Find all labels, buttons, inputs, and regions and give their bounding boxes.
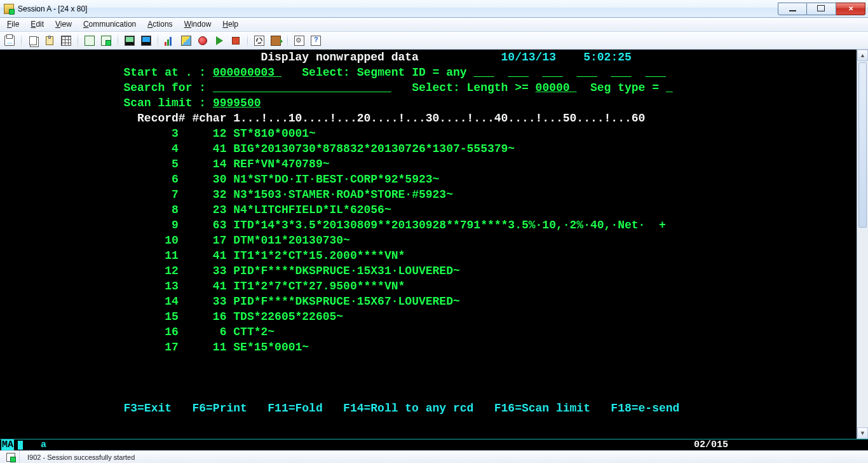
print-icon (4, 36, 15, 46)
data-row: 10 17 DTM*011*20130730~ (0, 233, 868, 248)
data-row: 15 16 TDS*22605*22605~ (0, 309, 868, 324)
record-data: N3*1503·STAMER·ROAD*STORE·#5923~ (233, 188, 453, 201)
start-at-label: Start at . : (123, 66, 212, 79)
toolbar-connect-button[interactable] (83, 34, 97, 48)
char-count: 11 (179, 341, 233, 354)
data-row: 17 11 SE*15*0001~ (0, 340, 868, 355)
select-segment-label: Select: Segment ID = any (302, 66, 473, 79)
toolbar-chart-button[interactable] (163, 34, 177, 48)
toolbar-paste-button[interactable] (43, 34, 57, 48)
minimize-button[interactable] (778, 3, 807, 15)
char-count: 30 (179, 173, 233, 186)
char-count: 63 (179, 219, 233, 232)
toolbar-macro-settings-button[interactable] (252, 34, 266, 48)
char-count: 41 (179, 280, 233, 293)
select-length-label: Select: Length >= (412, 81, 535, 94)
menu-help[interactable]: Help (217, 18, 244, 31)
data-row: 5 14 REF*VN*470789~ (0, 156, 868, 172)
status-message: I902 - Session successfully started (27, 453, 135, 461)
start-at-value: 000000003 (213, 66, 281, 79)
data-row: 3 12 ST*810*0001~ (0, 126, 868, 141)
record-data: TDS*22605*22605~ (233, 310, 343, 323)
menu-edit[interactable]: Edit (25, 18, 50, 31)
data-row: 4 41 BIG*20130730*878832*20130726*1307-5… (0, 141, 868, 156)
data-row: 16 6 CTT*2~ (0, 324, 868, 340)
window-controls: ✕ (778, 3, 865, 15)
scrollbar-up-arrow[interactable]: ▲ (857, 50, 868, 61)
stop-icon (232, 37, 240, 45)
record-data: PID*F****DKSPRUCE·15X67·LOUVERED~ (233, 295, 459, 308)
toolbar-disconnect-button[interactable] (99, 34, 113, 48)
disconnect-icon (101, 36, 111, 46)
char-count: 16 (179, 310, 233, 323)
record-data: SE*15*0001~ (233, 341, 309, 354)
title-bar: Session A - [24 x 80] ✕ (0, 0, 868, 18)
terminal-screen[interactable]: Display nonwrapped data 10/13/13 5:02:25… (0, 50, 868, 439)
record-data: REF*VN*470789~ (233, 158, 329, 170)
char-count: 33 (179, 295, 233, 308)
copy-icon (29, 36, 37, 45)
toolbar-separator (21, 34, 22, 48)
record-number: 8 (123, 204, 178, 216)
record-data: N4*LITCHFIELD*IL*62056~ (233, 204, 391, 216)
record-number: 9 (123, 219, 178, 232)
maximize-button[interactable] (807, 3, 836, 15)
data-row: 14 33 PID*F****DKSPRUCE·15X67·LOUVERED~ (0, 294, 868, 309)
help-icon (311, 36, 321, 46)
oia-status: MA (1, 439, 14, 450)
toolbar-display-blue-button[interactable] (139, 34, 153, 48)
record-number: 11 (123, 249, 178, 262)
char-count: 12 (179, 127, 233, 140)
segid-field-3 (542, 66, 562, 79)
scrollbar-thumb[interactable] (858, 62, 867, 228)
vertical-scrollbar[interactable]: ▲ ▼ (857, 50, 868, 439)
char-count: 14 (179, 158, 233, 170)
settings-icon (294, 36, 304, 46)
toolbar-separator (287, 34, 288, 48)
close-button[interactable]: ✕ (836, 3, 865, 15)
char-count: 41 (179, 249, 233, 262)
data-row: 12 33 PID*F****DKSPRUCE·15X31·LOUVERED~ (0, 263, 868, 279)
toolbar-settings-button[interactable] (292, 34, 306, 48)
data-row: 8 23 N4*LITCHFIELD*IL*62056~ (0, 202, 868, 218)
menu-view[interactable]: View (50, 18, 78, 31)
record-data: IT1*1*2*CT*15.2000****VN* (233, 249, 405, 262)
toolbar-grid-button[interactable] (59, 34, 73, 48)
data-row: 11 41 IT1*1*2*CT*15.2000****VN* (0, 248, 868, 263)
connect-icon (85, 36, 95, 46)
scan-limit-value: 9999500 (213, 97, 261, 109)
column-ruler: Record# #char 1...!...10....!...20....!.… (123, 112, 645, 125)
toolbar-separator (78, 34, 78, 48)
record-data: IT1*2*7*CT*27.9500****VN* (233, 280, 405, 293)
operator-info-area: MA a 02/015 (0, 439, 868, 450)
toolbar-color-picker-button[interactable] (179, 34, 193, 48)
toolbar-stop-button[interactable] (229, 34, 243, 48)
record-number: 15 (123, 310, 178, 323)
segid-field-6 (645, 66, 665, 79)
segid-field-1 (473, 66, 494, 79)
toolbar-help-button[interactable] (309, 34, 323, 48)
toolbar-copy-button[interactable] (26, 34, 40, 48)
record-data: CTT*2~ (233, 326, 275, 338)
record-number: 4 (123, 142, 178, 155)
display-blue-icon (141, 36, 151, 46)
record-number: 14 (123, 295, 178, 308)
toolbar-record-button[interactable] (196, 34, 210, 48)
toolbar-door-button[interactable] (269, 34, 283, 48)
toolbar-play-button[interactable] (212, 34, 226, 48)
menu-actions[interactable]: Actions (142, 18, 178, 31)
status-bar: I902 - Session successfully started (0, 450, 868, 463)
menu-window[interactable]: Window (179, 18, 217, 31)
toolbar-display-green-button[interactable] (123, 34, 137, 48)
oia-cursor-block (18, 441, 23, 450)
search-for-value (213, 81, 391, 94)
menu-communication[interactable]: Communication (78, 18, 142, 31)
menu-file[interactable]: File (1, 18, 25, 31)
record-number: 12 (123, 265, 178, 277)
char-count: 23 (179, 204, 233, 216)
toolbar-print-button[interactable] (3, 34, 17, 48)
menu-bar: FileEditViewCommunicationActionsWindowHe… (0, 18, 868, 32)
screen-date: 10/13/13 (501, 51, 556, 64)
scrollbar-down-arrow[interactable]: ▼ (857, 427, 868, 439)
search-for-label: Search for : (123, 81, 212, 94)
